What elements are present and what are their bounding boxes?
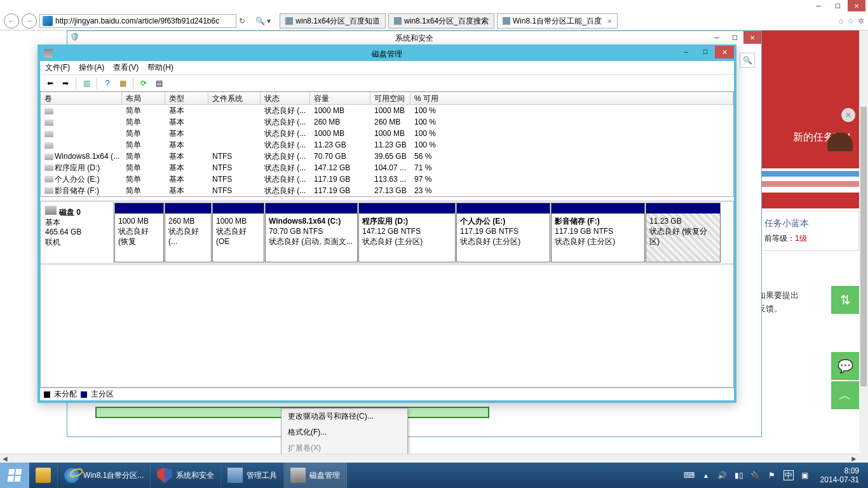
dm-app-icon [44,49,53,58]
window-close-button[interactable]: ✕ [743,31,761,44]
partition-block[interactable]: 个人办公 (E:)117.19 GB NTFS状态良好 (主分区) [456,203,550,262]
taskbar: Win8.1自带分区... 系统和安全 管理工具 磁盘管理 ⌨ ▴ 🔊 ▮▯ 🔌… [0,463,868,488]
keyboard-icon[interactable]: ⌨ [684,470,695,480]
menu-view[interactable]: 查看(V) [113,62,139,73]
volume-row[interactable]: 简单基本状态良好 (...1000 MB1000 MB100 % [41,105,733,116]
settings-gear-icon[interactable]: ✲ [858,17,864,25]
hscroll-left-icon[interactable]: ◄ [0,454,10,463]
horizontal-scrollbar[interactable]: ◄ ► [0,454,859,463]
dm-title: 磁盘管理 [372,49,402,60]
hscroll-right-icon[interactable]: ► [849,454,859,463]
col-header[interactable]: 容量 [310,92,370,104]
taskbar-pinned-explorer[interactable] [29,463,58,488]
col-header[interactable]: 可用空间 [370,92,410,104]
browser-minimize-button[interactable]: ─ [810,0,827,11]
partition-block[interactable]: Windows8.1x64 (C:)70.70 GB NTFS状态良好 (启动,… [265,203,358,262]
taskbar-app-admintools[interactable]: 管理工具 [221,463,284,488]
taskbar-app-diskmgmt[interactable]: 磁盘管理 [284,463,347,488]
partition-block[interactable]: 影音储存 (F:)117.19 GB NTFS状态良好 (主分区) [551,203,645,262]
volume-row[interactable]: 影音储存 (F:)简单基本NTFS状态良好 (...117.19 GB27.13… [41,185,733,196]
shield-icon [157,468,172,483]
disk-info-panel[interactable]: 磁盘 0 基本 465.64 GB 联机 [41,202,114,263]
windows-logo-icon [8,469,22,482]
browser-tab[interactable]: Win8.1自带分区工能_百度✕ [497,13,618,29]
ime-indicator[interactable]: 中 [783,470,794,480]
menu-file[interactable]: 文件(F) [45,62,70,73]
volume-icon [44,108,53,114]
taskbar-app-security[interactable]: 系统和安全 [151,463,221,488]
volume-row[interactable]: 简单基本状态良好 (...260 MB260 MB100 % [41,116,733,128]
volume-icon[interactable]: 🔊 [717,470,728,480]
volume-row[interactable]: 程序应用 (D:)简单基本NTFS状态良好 (...147.12 GB104.0… [41,162,733,173]
favorites-icon[interactable]: ☆ [847,17,854,25]
partition-block[interactable]: 11.23 GB状态良好 (恢复分区) [646,203,721,262]
partition-block[interactable]: 260 MB状态良好 (... [165,203,212,262]
partition-block[interactable]: 程序应用 (D:)147.12 GB NTFS状态良好 (主分区) [358,203,456,262]
page-sidebar: 新的任务哦！ 任务小蓝本 前等级：1级 如果要提出 反馈。 [757,30,859,316]
partition-block[interactable]: 1000 MB状态良好 (OE [212,203,264,262]
dm-titlebar[interactable]: 磁盘管理 [40,47,734,61]
volume-icon [44,119,53,126]
side-action-top[interactable]: ︿ [831,381,859,409]
legend-swatch-primary [81,391,87,398]
browser-tab[interactable]: win8.1x64分区_百度搜索 [388,13,494,29]
tab-favicon-icon [285,17,293,25]
refresh-icon[interactable]: ↻ [239,17,245,25]
taskbar-app-ie[interactable]: Win8.1自带分区... [58,463,151,488]
tray-misc-icon[interactable]: ▣ [800,470,810,480]
toolbar-forward-icon[interactable]: ➡ [59,77,72,90]
search-icon[interactable]: 🔍 [740,53,755,68]
scrollbar-thumb[interactable] [860,107,867,386]
dm-close-button[interactable] [715,46,734,58]
toolbar-back-icon[interactable]: ⬅ [44,77,57,90]
toolbar-show-hide-icon[interactable]: ▥ [80,77,93,90]
window-title: 系统和安全 [395,33,433,44]
tab-close-icon[interactable]: ✕ [607,18,612,25]
start-button[interactable] [0,463,29,488]
toolbar-list-icon[interactable]: ▤ [153,77,165,90]
forward-button[interactable]: → [22,13,37,29]
toolbar-help-icon[interactable]: ? [101,77,114,90]
toolbar-view-icon[interactable]: ▦ [116,77,129,90]
action-center-icon[interactable]: ⚑ [767,470,777,480]
volume-row[interactable]: 简单基本状态良好 (...11.23 GB11.23 GB100 % [41,139,733,151]
browser-maximize-button[interactable]: ☐ [829,0,846,11]
back-button[interactable]: ← [4,13,19,29]
page-scrollbar[interactable] [859,30,868,463]
disk-management-window: 磁盘管理 文件(F) 操作(A) 查看(V) 帮助(H) ⬅ ➡ ▥ ? ▦ ⟳… [37,44,736,403]
volume-row[interactable]: 简单基本状态良好 (...1000 MB1000 MB100 % [41,128,733,139]
col-header[interactable]: 文件系统 [208,92,261,104]
col-header[interactable]: % 可用 [410,92,733,104]
taskbar-clock[interactable]: 8:09 2014-07-31 [817,466,863,485]
menu-action[interactable]: 操作(A) [79,62,104,73]
col-header[interactable]: 类型 [165,92,208,104]
window-maximize-button[interactable]: ☐ [726,31,743,44]
side-action-share[interactable]: ⇅ [831,286,859,314]
context-menu-item[interactable]: 格式化(F)... [281,424,407,440]
col-header[interactable]: 布局 [122,92,165,104]
browser-close-button[interactable]: ✕ [848,0,865,11]
window-minimize-button[interactable]: ─ [708,31,726,44]
tray-expand-icon[interactable]: ▴ [701,470,711,480]
col-header[interactable]: 卷 [41,92,122,104]
search-dropdown-icon[interactable]: 🔍 ▾ [255,17,271,25]
dm-maximize-button[interactable] [696,46,715,58]
volume-row[interactable]: 个人办公 (E:)简单基本NTFS状态良好 (...117.19 GB113.6… [41,173,733,185]
legend-label: 主分区 [91,389,114,400]
side-action-comment[interactable]: 💬 [831,352,859,380]
address-bar[interactable]: http://jingyan.baidu.com/article/9f63fb9… [39,14,236,28]
dm-minimize-button[interactable] [677,46,696,58]
network-icon[interactable]: ▮▯ [734,470,744,480]
home-icon[interactable]: ⌂ [839,17,843,25]
volume-row[interactable]: Windows8.1x64 (...简单基本NTFS状态良好 (...70.70… [41,151,733,162]
context-menu-item[interactable]: 更改驱动器号和路径(C)... [281,409,407,424]
browser-tab[interactable]: win8.1x64分区_百度知道 [280,13,386,29]
legend-swatch-unallocated [44,391,50,398]
toolbar-refresh-icon[interactable]: ⟳ [137,77,150,90]
col-header[interactable]: 状态 [261,92,310,104]
task-title[interactable]: 任务小蓝本 [764,218,852,229]
menu-help[interactable]: 帮助(H) [147,62,173,73]
close-bubble-icon[interactable]: ✕ [841,108,855,122]
partition-block[interactable]: 1000 MB状态良好 (恢复 [114,203,164,262]
battery-icon[interactable]: 🔌 [750,470,761,480]
